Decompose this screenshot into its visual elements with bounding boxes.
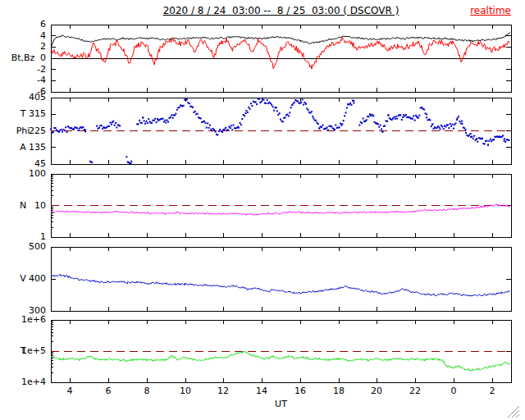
y-tick-label: 1e+4 [7, 377, 46, 387]
x-tick-label: 14 [249, 386, 275, 396]
chart-canvas [0, 0, 525, 420]
y-tick-label: 405 [7, 92, 46, 103]
resize-grip-icon[interactable] [504, 404, 523, 419]
x-tick-label: 2 [479, 386, 505, 396]
x-axis-title: UT [51, 399, 511, 409]
panel-axis-name: Bt,Bz [3, 52, 43, 63]
y-tick-label: -4 [7, 75, 46, 85]
panel-axis-name: T [3, 108, 43, 119]
x-tick-label: 10 [172, 386, 199, 396]
x-tick-label: 4 [57, 386, 83, 396]
panel-axis-name: Phi [3, 126, 43, 136]
x-tick-label: 12 [210, 386, 236, 396]
panel-axis-name: V [3, 273, 43, 284]
y-tick-label: 2 [7, 41, 46, 52]
panel-axis-name: N [3, 200, 43, 211]
y-tick-label: 6 [7, 19, 46, 30]
x-tick-label: 18 [326, 386, 352, 396]
y-tick-label: 100 [7, 168, 46, 179]
x-tick-label: 16 [287, 386, 313, 396]
x-tick-label: 8 [134, 386, 160, 396]
x-tick-label: 0 [441, 386, 467, 396]
x-tick-label: 6 [95, 386, 121, 396]
panel-axis-name: A [3, 142, 43, 153]
x-tick-label: 20 [363, 386, 390, 396]
dscovr-plot-window: 2020 / 8 / 24 03:00 -- 8 / 25 03:00 ( DS… [0, 0, 525, 420]
y-tick-label: 1e+6 [7, 314, 46, 325]
y-tick-label: 4 [7, 30, 46, 41]
panel-axis-name: T [3, 345, 43, 356]
y-tick-label: -2 [7, 64, 46, 75]
y-tick-label: 500 [7, 241, 46, 252]
x-tick-label: 22 [402, 386, 428, 396]
